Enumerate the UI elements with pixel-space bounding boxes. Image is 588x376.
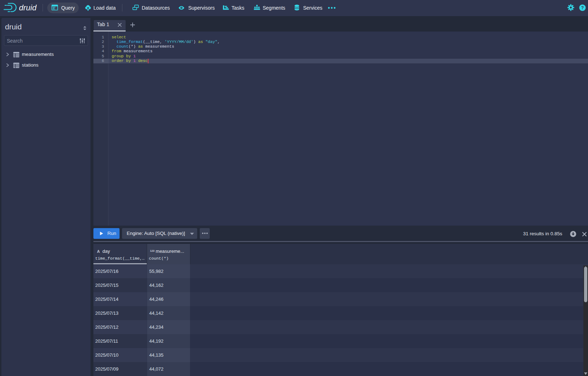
svg-text:?: ? <box>581 5 584 10</box>
